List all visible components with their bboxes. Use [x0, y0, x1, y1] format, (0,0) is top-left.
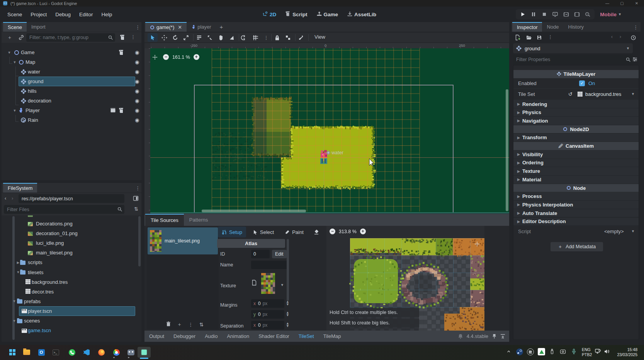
atlas-props-scrollbar[interactable]: [287, 239, 289, 301]
tab-tile-sources[interactable]: Tile Sources: [145, 214, 184, 226]
atlas-recenter-icon[interactable]: [474, 241, 480, 248]
visibility-eye-icon[interactable]: ◉: [135, 59, 139, 65]
scene-tree-item-map[interactable]: ▼Map◉: [2, 57, 141, 67]
ungroup-icon[interactable]: [283, 33, 293, 42]
inspector-filter-input[interactable]: Filter Properties: [513, 55, 633, 64]
source-menu-icon[interactable]: ⋮: [188, 322, 193, 328]
margins-y-spinner[interactable]: ▲▼: [286, 311, 289, 317]
fs-back-icon[interactable]: ‹: [5, 195, 6, 201]
inspector-row-ordering[interactable]: ▶Ordering: [513, 159, 639, 167]
bone-icon[interactable]: [296, 33, 306, 42]
enabled-checkbox[interactable]: ✓: [579, 80, 585, 86]
fs-path-field[interactable]: res://prefabs/player.tscn: [19, 194, 124, 203]
fs-item-game-tscn[interactable]: game.tscn: [2, 326, 141, 335]
separation-x-field[interactable]: x0px: [251, 321, 284, 329]
tileset-resource-value[interactable]: background.tres: [585, 91, 621, 97]
tray-steam-icon[interactable]: [516, 348, 523, 355]
visibility-eye-icon[interactable]: ◉: [135, 69, 139, 75]
taskbar-chrome-icon[interactable]: [111, 347, 122, 358]
tray-expand-icon[interactable]: ^: [507, 350, 510, 354]
scene-dock-menu-icon[interactable]: ⋮: [135, 24, 140, 30]
pivot-tool[interactable]: [205, 33, 215, 42]
margins-x-spinner[interactable]: ▲▼: [286, 300, 289, 306]
visibility-eye-icon[interactable]: ◉: [135, 49, 139, 55]
atlas-name-value[interactable]: [251, 261, 287, 269]
bottom-panel-tilemap[interactable]: TileMap: [319, 333, 346, 339]
tray-keyboard-icon[interactable]: [527, 348, 534, 355]
inspector-row-physics[interactable]: ▶Physics: [513, 108, 639, 117]
bottom-panel-output[interactable]: Output: [144, 333, 169, 339]
pause-button[interactable]: [529, 11, 538, 18]
fs-item-background-tres[interactable]: background.tres: [2, 277, 141, 287]
movie-badge-icon[interactable]: [110, 108, 116, 113]
restore-button[interactable]: ▢: [615, 0, 629, 7]
scene-tree-item-decoration[interactable]: decoration◉: [2, 96, 141, 106]
expand-arrow[interactable]: ▼: [12, 319, 17, 323]
stop-button[interactable]: [540, 11, 549, 18]
tile-source-item[interactable]: main_tileset.png: [148, 227, 218, 254]
rotate-tool[interactable]: [170, 33, 180, 42]
attach-script-icon[interactable]: [117, 35, 127, 41]
fs-item-prefabs[interactable]: ▼prefabs: [2, 297, 141, 306]
fs-item-decorations-png[interactable]: Decorations.png: [2, 219, 141, 229]
movie-maker-icon[interactable]: [583, 11, 592, 18]
property-filter-icon[interactable]: [632, 57, 637, 63]
fs-dock-menu-icon[interactable]: ⋮: [135, 185, 140, 191]
fs-item-scenes[interactable]: ▼scenes: [2, 316, 141, 326]
play-button[interactable]: [518, 11, 527, 18]
scale-tool[interactable]: [181, 33, 191, 42]
taskbar-whatsapp-icon[interactable]: [66, 347, 77, 358]
workspace-script[interactable]: Script: [282, 10, 310, 19]
fs-item-main_tileset-png[interactable]: main_tileset.png: [2, 248, 141, 258]
sort-sources-icon[interactable]: ⇅: [199, 322, 204, 328]
fs-sort-icon[interactable]: ⇅: [134, 206, 138, 212]
save-resource-icon[interactable]: [537, 35, 542, 41]
mode-select[interactable]: Select: [249, 227, 278, 237]
remote-debug-icon[interactable]: [551, 11, 560, 18]
viewport-canvas[interactable]: [150, 48, 509, 213]
separation-x-spinner[interactable]: ▲▼: [286, 322, 289, 328]
taskbar-godot-icon[interactable]: [126, 347, 136, 358]
bottom-panel-debugger[interactable]: Debugger: [169, 333, 200, 339]
mode-setup[interactable]: Setup: [218, 227, 246, 237]
revert-icon[interactable]: ↺: [568, 91, 573, 97]
pan-tool[interactable]: [216, 33, 226, 42]
tray-network-icon[interactable]: [595, 349, 601, 354]
tray-usb-icon[interactable]: [550, 349, 554, 354]
fs-item-luci_idle-png[interactable]: luci_idle.png: [2, 238, 141, 248]
taskbar-outlook-icon[interactable]: O: [36, 347, 47, 358]
recenter-icon[interactable]: [152, 55, 158, 60]
bottom-panel-tileset[interactable]: TileSet: [294, 333, 319, 339]
new-resource-icon[interactable]: [515, 35, 520, 41]
expand-bottom-panel-icon[interactable]: [500, 334, 505, 339]
inspector-row-texture[interactable]: ▶Texture: [513, 167, 639, 176]
add-source-icon[interactable]: ＋: [177, 321, 182, 328]
tray-clock[interactable]: 15:4823/03/2025: [613, 347, 637, 357]
margins-y-field[interactable]: y0px: [251, 310, 284, 319]
view-menu-button[interactable]: View: [314, 34, 325, 40]
add-metadata-button[interactable]: ＋Add Metadata: [551, 242, 603, 251]
smart-snap-icon[interactable]: [240, 33, 250, 42]
new-scene-tab-button[interactable]: +: [216, 22, 227, 32]
inspector-row-navigation[interactable]: ▶Navigation: [513, 117, 639, 125]
tray-language-indicator[interactable]: ENGPTB2: [582, 347, 592, 357]
taskbar-explorer-icon[interactable]: [21, 347, 32, 358]
zoom-in-button[interactable]: +: [194, 54, 199, 60]
workspace-assetlib[interactable]: AssetLib: [344, 10, 379, 19]
delete-source-icon[interactable]: [166, 321, 171, 328]
minimize-button[interactable]: —: [600, 0, 615, 7]
menu-help[interactable]: Help: [97, 10, 116, 19]
tab-inspector[interactable]: Inspector: [512, 22, 542, 32]
menu-scene[interactable]: Scene: [3, 10, 26, 19]
inspector-row-physics-interpolation[interactable]: ▶Physics Interpolation: [513, 201, 639, 209]
menu-project[interactable]: Project: [26, 10, 51, 19]
select-tool[interactable]: [148, 33, 158, 42]
scene-tree-item-rain[interactable]: Rain◉: [2, 115, 141, 125]
visibility-eye-icon[interactable]: ◉: [135, 98, 139, 104]
inspector-row-visibility[interactable]: ▶Visibility: [513, 150, 639, 159]
taskbar-game-window-icon[interactable]: [138, 347, 151, 358]
visibility-eye-icon[interactable]: ◉: [135, 88, 139, 94]
atlas-zoom-in[interactable]: +: [360, 229, 366, 234]
notifications-bell-icon[interactable]: [458, 334, 463, 339]
tab-node[interactable]: Node: [542, 22, 563, 32]
